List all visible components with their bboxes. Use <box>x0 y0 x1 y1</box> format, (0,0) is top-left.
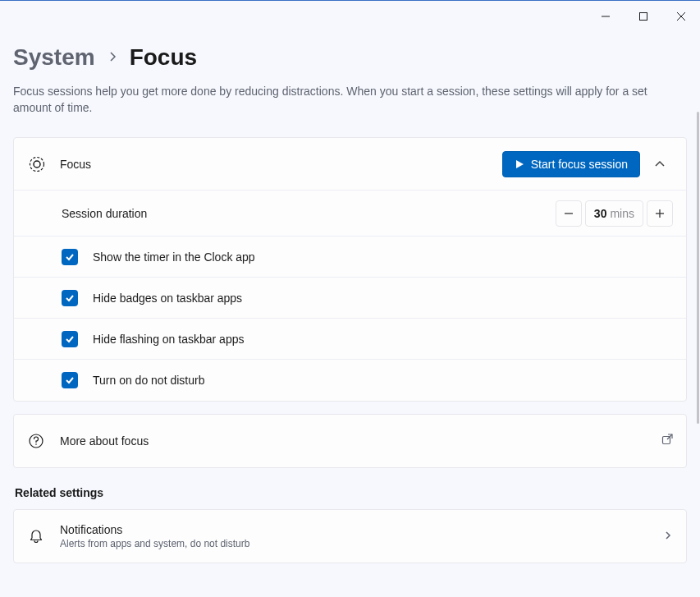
checkbox-show-timer[interactable] <box>62 249 78 265</box>
option-row-hide-flashing[interactable]: Hide flashing on taskbar apps <box>14 319 686 360</box>
play-icon <box>515 159 524 169</box>
page-description: Focus sessions help you get more done by… <box>13 84 661 116</box>
option-label: Turn on do not disturb <box>93 374 673 387</box>
related-settings-heading: Related settings <box>15 486 687 499</box>
chevron-right-icon <box>108 51 117 65</box>
increase-duration-button[interactable] <box>647 200 673 227</box>
start-focus-button[interactable]: Start focus session <box>502 151 640 177</box>
option-label: Show the timer in the Clock app <box>93 250 673 264</box>
duration-display[interactable]: 30 mins <box>585 200 643 227</box>
more-about-focus-card[interactable]: More about focus <box>13 414 687 468</box>
checkbox-hide-badges[interactable] <box>62 290 78 306</box>
option-row-do-not-disturb[interactable]: Turn on do not disturb <box>14 360 686 401</box>
minus-icon <box>564 209 574 218</box>
decrease-duration-button[interactable] <box>556 200 582 227</box>
more-about-focus-label: More about focus <box>60 434 661 448</box>
chevron-right-icon <box>663 529 673 544</box>
external-link-icon <box>661 434 673 448</box>
session-duration-row: Session duration 30 mins <box>14 191 686 237</box>
plus-icon <box>655 209 665 218</box>
notifications-subtitle: Alerts from apps and system, do not dist… <box>60 538 663 549</box>
focus-icon <box>29 156 60 172</box>
check-icon <box>65 252 75 262</box>
bell-icon <box>29 529 60 544</box>
svg-marker-6 <box>516 160 524 168</box>
collapse-button[interactable] <box>647 151 673 177</box>
notifications-card[interactable]: Notifications Alerts from apps and syste… <box>13 509 687 563</box>
check-icon <box>65 334 75 344</box>
option-row-show-timer[interactable]: Show the timer in the Clock app <box>14 237 686 278</box>
help-icon <box>29 434 60 448</box>
notifications-title: Notifications <box>60 523 663 536</box>
breadcrumb: System Focus <box>13 44 687 71</box>
svg-rect-1 <box>640 13 647 21</box>
checkbox-hide-flashing[interactable] <box>62 331 78 347</box>
check-icon <box>65 293 75 303</box>
breadcrumb-current: Focus <box>130 44 197 71</box>
chevron-up-icon <box>654 158 666 170</box>
svg-point-4 <box>30 157 44 171</box>
duration-value: 30 <box>594 207 607 220</box>
minimize-icon <box>602 12 610 21</box>
checkbox-do-not-disturb[interactable] <box>62 372 78 388</box>
duration-unit: mins <box>610 207 634 220</box>
close-icon <box>677 12 685 21</box>
session-duration-label: Session duration <box>62 207 556 220</box>
breadcrumb-parent[interactable]: System <box>13 44 95 71</box>
scrollbar[interactable] <box>695 30 700 597</box>
close-button[interactable] <box>662 4 700 29</box>
start-focus-label: Start focus session <box>531 158 628 171</box>
maximize-icon <box>639 12 647 21</box>
check-icon <box>65 375 75 385</box>
maximize-button[interactable] <box>625 4 662 29</box>
scrollbar-thumb[interactable] <box>697 112 699 424</box>
focus-header-row: Focus Start focus session <box>14 138 686 191</box>
focus-card: Focus Start focus session Session durati… <box>13 137 687 402</box>
option-label: Hide badges on taskbar apps <box>93 292 673 305</box>
svg-point-11 <box>35 443 37 445</box>
titlebar <box>0 0 700 30</box>
svg-point-5 <box>34 161 40 168</box>
option-row-hide-badges[interactable]: Hide badges on taskbar apps <box>14 278 686 319</box>
option-label: Hide flashing on taskbar apps <box>93 333 673 346</box>
minimize-button[interactable] <box>587 4 625 29</box>
focus-title: Focus <box>60 158 502 171</box>
